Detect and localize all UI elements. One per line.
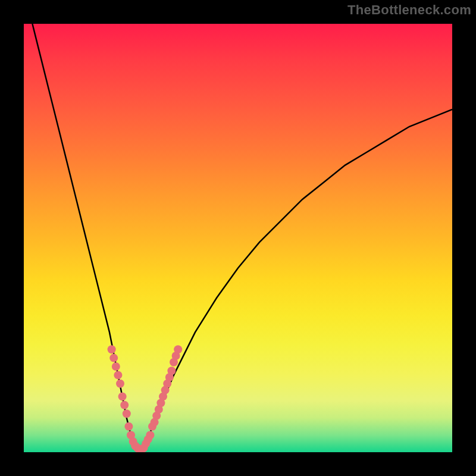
data-marker (116, 380, 124, 388)
data-marker (123, 409, 131, 418)
curve-layer (32, 24, 452, 452)
chart-frame: TheBottleneck.com (0, 0, 476, 476)
bottleneck-curve (32, 24, 452, 452)
data-marker (112, 362, 120, 371)
data-marker (108, 345, 116, 353)
data-marker (109, 354, 118, 362)
data-marker (124, 422, 133, 431)
data-marker (146, 431, 154, 439)
data-marker (114, 371, 122, 379)
plot-area (24, 24, 452, 452)
marker-layer (108, 345, 183, 452)
chart-svg (24, 24, 452, 452)
watermark-text: TheBottleneck.com (347, 2, 471, 18)
data-marker (174, 345, 182, 353)
data-marker (120, 401, 129, 409)
data-marker (167, 367, 176, 375)
data-marker (118, 392, 127, 400)
